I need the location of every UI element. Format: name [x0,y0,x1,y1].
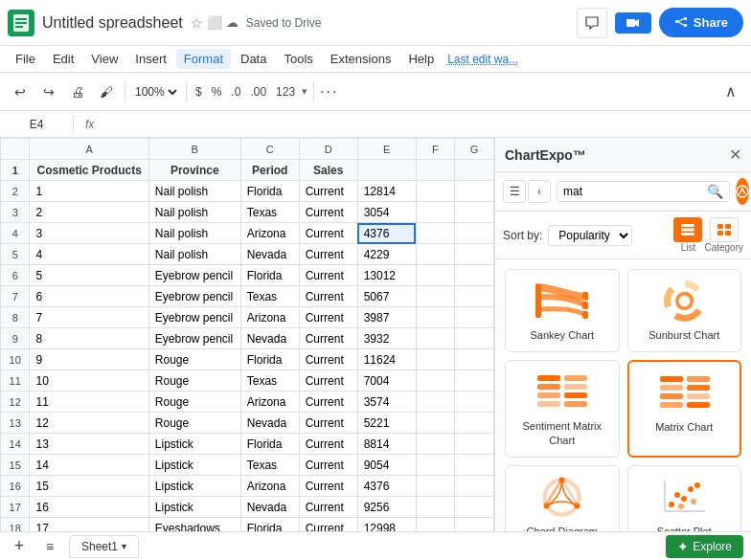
cell-r16-c2[interactable]: Arizona [240,476,299,497]
print-button[interactable]: 🖨 [65,79,90,104]
row-header-11[interactable]: 11 [1,370,30,392]
cell-r15-c4[interactable]: 9054 [357,455,416,476]
comment-button[interactable] [577,8,607,38]
cell-r12-c1[interactable]: Rouge [148,392,240,413]
menu-data[interactable]: Data [233,49,274,69]
cell-r11-c4[interactable]: 7004 [357,370,416,392]
sheet-tab-dropdown[interactable]: ▾ [122,541,126,551]
cell-r14-c4[interactable]: 8814 [357,434,416,455]
cell-r3-c0[interactable]: 2 [30,202,148,223]
header-e[interactable] [357,160,416,181]
cell-r8-c3[interactable]: Current [299,307,357,328]
header-cosmetic-products[interactable]: Cosmetic Products [30,160,148,181]
search-back-button[interactable]: ‹ [528,180,551,203]
cell-r18-c5[interactable] [416,518,455,532]
cell-r4-c3[interactable]: Current [299,223,357,244]
cell-r17-c6[interactable] [455,497,494,518]
cell-r7-c1[interactable]: Eyebrow pencil [148,286,240,307]
cell-r12-c6[interactable] [455,392,494,413]
cell-r11-c3[interactable]: Current [299,370,357,392]
header-period[interactable]: Period [240,160,299,181]
cell-r2-c2[interactable]: Florida [240,181,299,202]
cell-r10-c0[interactable]: 9 [30,349,148,370]
cell-reference-input[interactable] [8,118,65,131]
cell-r6-c1[interactable]: Eyebrow pencil [148,265,240,286]
cell-r8-c5[interactable] [416,307,455,328]
menu-tools[interactable]: Tools [276,49,320,69]
cell-r5-c0[interactable]: 4 [30,244,148,265]
cell-r5-c4[interactable]: 4229 [357,244,416,265]
cell-r11-c2[interactable]: Texas [240,370,299,392]
cell-r9-c5[interactable] [416,328,455,349]
cell-r17-c3[interactable]: Current [299,497,357,518]
cell-r11-c0[interactable]: 10 [30,370,148,392]
cell-r12-c4[interactable]: 3574 [357,392,416,413]
row-header-14[interactable]: 14 [1,434,30,455]
row-header-6[interactable]: 6 [1,265,30,286]
zoom-selector[interactable]: 100% 75% 125% 150% [131,84,180,100]
currency-button[interactable]: $ [193,85,205,99]
cloud-icon[interactable]: ☁ [226,15,239,30]
row-header-13[interactable]: 13 [1,413,30,434]
cell-r10-c3[interactable]: Current [299,349,357,370]
sheet-list-button[interactable]: ≡ [38,535,61,558]
cell-r13-c0[interactable]: 12 [30,413,148,434]
formula-input[interactable] [105,118,743,131]
cell-r10-c5[interactable] [416,349,455,370]
cell-r9-c4[interactable]: 3932 [357,328,416,349]
row-header-5[interactable]: 5 [1,244,30,265]
cell-r15-c0[interactable]: 14 [30,455,148,476]
decimal-increase-button[interactable]: .00 [247,85,269,99]
cell-r8-c4[interactable]: 3987 [357,307,416,328]
col-header-c[interactable]: C [240,139,299,160]
cell-r13-c2[interactable]: Nevada [240,413,299,434]
chart-card-chord[interactable]: Chord Diagram [505,465,620,531]
undo-button[interactable]: ↩ [8,79,33,104]
cell-r12-c3[interactable]: Current [299,392,357,413]
cell-r6-c0[interactable]: 5 [30,265,148,286]
cell-r7-c5[interactable] [416,286,455,307]
cell-r9-c1[interactable]: Eyebrow pencil [148,328,240,349]
redo-button[interactable]: ↪ [36,79,61,104]
cell-r4-c2[interactable]: Arizona [240,223,299,244]
chart-card-sunburst[interactable]: Sunburst Chart [627,269,742,352]
cell-r6-c5[interactable] [416,265,455,286]
col-header-f[interactable]: F [416,139,455,160]
category-view-button[interactable] [710,217,739,242]
cell-r15-c5[interactable] [416,455,455,476]
cell-r8-c0[interactable]: 7 [30,307,148,328]
row-header-17[interactable]: 17 [1,497,30,518]
cell-r3-c5[interactable] [416,202,455,223]
menu-view[interactable]: View [83,49,125,69]
row-header-2[interactable]: 2 [1,181,30,202]
search-menu-button[interactable]: ☰ [503,180,526,203]
add-sheet-button[interactable]: + [8,535,31,558]
row-header-15[interactable]: 15 [1,455,30,476]
col-header-g[interactable]: G [455,139,494,160]
cell-r3-c1[interactable]: Nail polish [148,202,240,223]
col-header-d[interactable]: D [299,139,357,160]
col-header-b[interactable]: B [148,139,240,160]
cell-r7-c0[interactable]: 6 [30,286,148,307]
cell-r6-c2[interactable]: Florida [240,265,299,286]
row-header-18[interactable]: 18 [1,518,30,532]
cell-r5-c5[interactable] [416,244,455,265]
cell-r7-c2[interactable]: Texas [240,286,299,307]
cell-r4-c6[interactable] [455,223,494,244]
header-province[interactable]: Province [148,160,240,181]
sheet-tab-sheet1[interactable]: Sheet1 ▾ [69,535,139,558]
last-edit-link[interactable]: Last edit wa... [447,53,518,66]
header-f[interactable] [416,160,455,181]
chart-card-scatter[interactable]: Scatter Plot [627,465,742,531]
menu-help[interactable]: Help [400,49,442,69]
cell-r15-c3[interactable]: Current [299,455,357,476]
cell-r13-c1[interactable]: Rouge [148,413,240,434]
cell-r14-c2[interactable]: Florida [240,434,299,455]
cell-r17-c1[interactable]: Lipstick [148,497,240,518]
cell-r8-c2[interactable]: Arizona [240,307,299,328]
cell-r2-c1[interactable]: Nail polish [148,181,240,202]
cell-r13-c6[interactable] [455,413,494,434]
cell-r4-c4[interactable]: 4376 [357,223,416,244]
paint-format-button[interactable]: 🖌 [94,79,119,104]
cell-r18-c2[interactable]: Florida [240,518,299,532]
